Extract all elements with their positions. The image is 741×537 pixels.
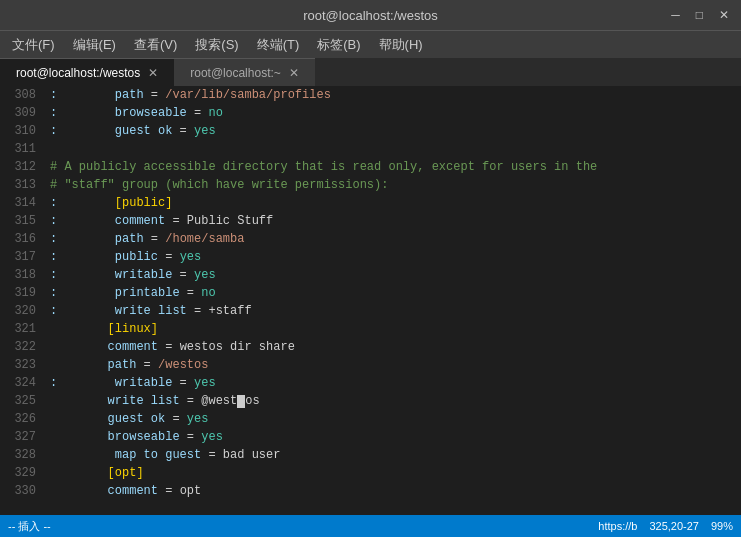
ln-308: 308 — [4, 86, 36, 104]
code-line-322: comment = westos dir share — [50, 338, 733, 356]
ln-325: 325 — [4, 392, 36, 410]
ln-315: 315 — [4, 212, 36, 230]
statusbar: -- 插入 -- https://b 325,20-27 99% — [0, 515, 741, 537]
close-button[interactable]: ✕ — [715, 8, 733, 22]
code-line-315: : comment = Public Stuff — [50, 212, 733, 230]
statusbar-right: https://b 325,20-27 99% — [598, 520, 733, 532]
ln-320: 320 — [4, 302, 36, 320]
code-line-310: : guest ok = yes — [50, 122, 733, 140]
ln-317: 317 — [4, 248, 36, 266]
statusbar-left: -- 插入 -- — [8, 519, 51, 534]
menu-tags[interactable]: 标签(B) — [309, 34, 368, 56]
ln-322: 322 — [4, 338, 36, 356]
tab-westos-close[interactable]: ✕ — [148, 66, 158, 80]
code-line-324: : writable = yes — [50, 374, 733, 392]
ln-328: 328 — [4, 446, 36, 464]
tab-home-close[interactable]: ✕ — [289, 66, 299, 80]
code-area[interactable]: : path = /var/lib/samba/profiles : brows… — [42, 86, 741, 515]
statusbar-scroll: 99% — [711, 520, 733, 532]
ln-311: 311 — [4, 140, 36, 158]
code-line-325: write list = @westos — [50, 392, 733, 410]
menu-file[interactable]: 文件(F) — [4, 34, 63, 56]
code-line-313: # "staff" group (which have write permis… — [50, 176, 733, 194]
ln-310: 310 — [4, 122, 36, 140]
ln-324: 324 — [4, 374, 36, 392]
ln-309: 309 — [4, 104, 36, 122]
menubar: 文件(F) 编辑(E) 查看(V) 搜索(S) 终端(T) 标签(B) 帮助(H… — [0, 30, 741, 58]
code-line-320: : write list = +staff — [50, 302, 733, 320]
ln-327: 327 — [4, 428, 36, 446]
ln-326: 326 — [4, 410, 36, 428]
code-line-319: : printable = no — [50, 284, 733, 302]
code-line-317: : public = yes — [50, 248, 733, 266]
tab-home-label: root@localhost:~ — [190, 66, 281, 80]
ln-323: 323 — [4, 356, 36, 374]
ln-316: 316 — [4, 230, 36, 248]
code-line-316: : path = /home/samba — [50, 230, 733, 248]
minimize-button[interactable]: ─ — [667, 8, 684, 22]
ln-314: 314 — [4, 194, 36, 212]
code-line-308: : path = /var/lib/samba/profiles — [50, 86, 733, 104]
ln-318: 318 — [4, 266, 36, 284]
titlebar: root@localhost:/westos ─ □ ✕ — [0, 0, 741, 30]
tabbar: root@localhost:/westos ✕ root@localhost:… — [0, 58, 741, 86]
code-line-321: [linux] — [50, 320, 733, 338]
menu-view[interactable]: 查看(V) — [126, 34, 185, 56]
code-line-314: : [public] — [50, 194, 733, 212]
tab-westos[interactable]: root@localhost:/westos ✕ — [0, 58, 174, 86]
menu-edit[interactable]: 编辑(E) — [65, 34, 124, 56]
code-line-309: : browseable = no — [50, 104, 733, 122]
cursor — [237, 395, 245, 408]
menu-help[interactable]: 帮助(H) — [371, 34, 431, 56]
ln-312: 312 — [4, 158, 36, 176]
line-numbers: 308 309 310 311 312 313 314 315 316 317 … — [0, 86, 42, 515]
titlebar-title: root@localhost:/westos — [303, 8, 438, 23]
ln-321: 321 — [4, 320, 36, 338]
ln-319: 319 — [4, 284, 36, 302]
insert-mode: -- 插入 -- — [8, 519, 51, 534]
editor: 308 309 310 311 312 313 314 315 316 317 … — [0, 86, 741, 515]
ln-313: 313 — [4, 176, 36, 194]
ln-330: 330 — [4, 482, 36, 500]
statusbar-position: 325,20-27 — [649, 520, 699, 532]
code-line-323: path = /westos — [50, 356, 733, 374]
code-line-328: map to guest = bad user — [50, 446, 733, 464]
code-line-311 — [50, 140, 733, 158]
code-line-312: # A publicly accessible directory that i… — [50, 158, 733, 176]
code-line-329: [opt] — [50, 464, 733, 482]
code-line-326: guest ok = yes — [50, 410, 733, 428]
menu-terminal[interactable]: 终端(T) — [249, 34, 308, 56]
titlebar-controls: ─ □ ✕ — [667, 8, 733, 22]
tab-home[interactable]: root@localhost:~ ✕ — [174, 58, 315, 86]
code-line-327: browseable = yes — [50, 428, 733, 446]
statusbar-url: https://b — [598, 520, 637, 532]
menu-search[interactable]: 搜索(S) — [187, 34, 246, 56]
code-line-318: : writable = yes — [50, 266, 733, 284]
code-line-330: comment = opt — [50, 482, 733, 500]
tab-westos-label: root@localhost:/westos — [16, 66, 140, 80]
ln-329: 329 — [4, 464, 36, 482]
maximize-button[interactable]: □ — [692, 8, 707, 22]
